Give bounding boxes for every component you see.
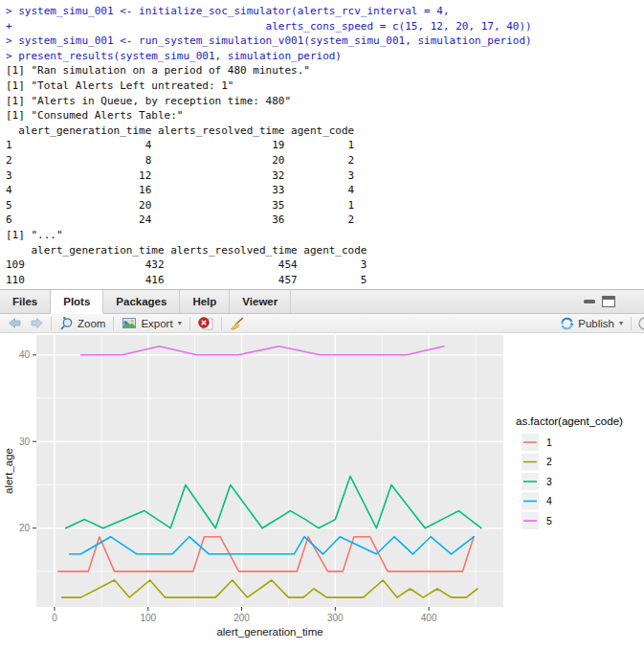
tab-viewer[interactable]: Viewer xyxy=(230,290,291,313)
export-button[interactable]: Export ▾ xyxy=(117,316,186,330)
x-tick-label: 0 xyxy=(52,613,57,623)
zoom-button-label: Zoom xyxy=(78,318,105,329)
console-line: alert_generation_time alerts_resolved_ti… xyxy=(6,123,644,139)
remove-plot-button[interactable] xyxy=(193,316,218,331)
remove-plot-icon xyxy=(198,317,213,330)
pane-window-controls xyxy=(584,290,644,313)
refresh-plot-icon[interactable] xyxy=(634,316,644,331)
x-axis-title: alert_generation_time xyxy=(216,626,322,638)
forward-arrow-icon xyxy=(31,318,43,328)
back-button[interactable] xyxy=(4,317,26,329)
console-line: + alerts_cons_speed = c(15, 12, 20, 17, … xyxy=(6,19,644,34)
console-line: > system_simu_001 <- run_system_simulati… xyxy=(6,34,644,49)
plot-display-area: 0100200300400203040alert_generation_time… xyxy=(0,333,644,650)
y-tick-label: 30 xyxy=(19,437,31,447)
legend-label: 1 xyxy=(546,437,552,448)
console-line: alert_generation_time alerts_resolved_ti… xyxy=(6,243,644,258)
r-console-output[interactable]: > system_simu_001 <- initialize_soc_simu… xyxy=(0,0,644,289)
toolbar-divider xyxy=(189,317,190,330)
broom-icon xyxy=(230,317,245,330)
console-line: [1] "Alerts in Queue, by reception time:… xyxy=(6,94,644,109)
toolbar-divider xyxy=(113,317,114,330)
forward-button[interactable] xyxy=(26,317,48,329)
toolbar-divider xyxy=(631,317,632,330)
console-line: 1 4 19 1 xyxy=(6,138,644,153)
export-dropdown-caret: ▾ xyxy=(178,319,182,327)
export-image-icon xyxy=(122,317,137,329)
console-line: 2 8 20 2 xyxy=(6,153,644,168)
ggplot-chart: 0100200300400203040alert_generation_time… xyxy=(0,333,644,650)
clear-plots-button[interactable] xyxy=(225,316,250,331)
x-tick-label: 300 xyxy=(327,613,344,623)
export-button-label: Export xyxy=(141,318,172,329)
x-tick-label: 200 xyxy=(233,613,250,623)
console-line: > present_results(system_simu_001, simul… xyxy=(6,49,644,64)
tab-plots[interactable]: Plots xyxy=(50,290,103,314)
legend-title: as.factor(agent_code) xyxy=(516,415,623,427)
tab-help[interactable]: Help xyxy=(180,290,230,313)
publish-button[interactable]: Publish ▾ xyxy=(555,316,628,331)
console-line: [1] "Total Alerts Left untreated: 1" xyxy=(6,78,644,94)
console-line: [1] "..." xyxy=(6,228,644,243)
plot-panel xyxy=(36,335,503,607)
console-line: 5 20 35 1 xyxy=(6,198,644,213)
legend-label: 5 xyxy=(546,515,552,527)
zoom-magnifier-icon xyxy=(59,317,74,330)
tab-files[interactable]: Files xyxy=(0,290,51,313)
console-line: [1] "Consumed Alerts Table:" xyxy=(6,108,644,123)
console-line: 6 24 36 2 xyxy=(6,213,644,228)
legend-label: 2 xyxy=(546,456,552,467)
x-tick-label: 400 xyxy=(421,613,437,623)
zoom-button[interactable]: Zoom xyxy=(55,316,110,331)
y-tick-label: 20 xyxy=(19,523,31,533)
toolbar-divider xyxy=(221,317,222,330)
tab-packages[interactable]: Packages xyxy=(103,290,180,313)
console-line: 3 12 32 3 xyxy=(6,168,644,184)
y-axis-title: alert_age xyxy=(3,448,14,494)
console-line: > system_simu_001 <- initialize_soc_simu… xyxy=(6,4,644,19)
console-line: [1] "Ran simulation on a period of 480 m… xyxy=(6,63,644,78)
console-line: 110 416 457 5 xyxy=(6,273,644,288)
y-tick-label: 40 xyxy=(19,349,31,360)
console-line: 109 432 454 3 xyxy=(6,258,644,273)
publish-button-label: Publish xyxy=(578,318,614,329)
legend-label: 4 xyxy=(546,495,552,506)
maximize-pane-icon[interactable] xyxy=(602,296,615,307)
console-line: 4 16 33 4 xyxy=(6,183,644,198)
publish-dropdown-caret: ▾ xyxy=(619,319,623,327)
legend-label: 3 xyxy=(546,476,552,487)
plots-toolbar: Zoom Export ▾ Publish xyxy=(0,314,644,333)
x-tick-label: 100 xyxy=(140,613,156,623)
publish-icon xyxy=(560,317,574,330)
back-arrow-icon xyxy=(9,318,21,328)
toolbar-divider xyxy=(51,317,52,330)
minimize-pane-icon[interactable] xyxy=(584,296,596,307)
pane-tab-bar: Files Plots Packages Help Viewer xyxy=(0,289,644,314)
